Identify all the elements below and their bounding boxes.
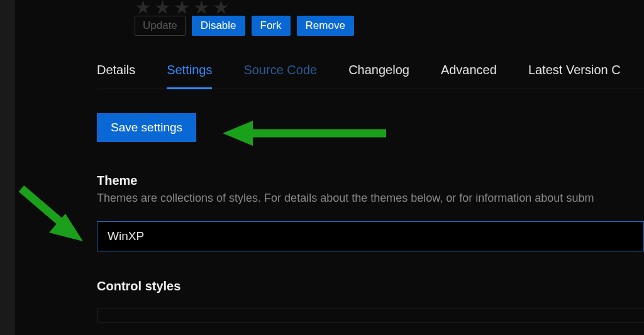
tab-settings[interactable]: Settings	[167, 63, 212, 77]
main-panel: ★★★★★ Update Disable Fork Remove Details…	[15, 0, 644, 335]
theme-section-title: Theme	[97, 173, 644, 188]
control-styles-title: Control styles	[97, 279, 644, 294]
tab-bar: Details Settings Source Code Changelog A…	[97, 63, 644, 89]
save-settings-button[interactable]: Save settings	[97, 113, 196, 142]
remove-button[interactable]: Remove	[297, 16, 354, 36]
tab-changelog[interactable]: Changelog	[348, 63, 409, 77]
svg-marker-3	[49, 214, 83, 241]
control-styles-box[interactable]	[97, 309, 644, 322]
action-button-row: Update Disable Fork Remove	[135, 16, 354, 36]
tab-details[interactable]: Details	[97, 63, 135, 77]
svg-line-2	[21, 189, 65, 226]
tab-source-code[interactable]: Source Code	[243, 63, 317, 77]
update-button[interactable]: Update	[135, 16, 186, 36]
settings-content: Save settings Theme Themes are collectio…	[97, 113, 644, 322]
theme-select[interactable]: WinXP	[97, 221, 644, 251]
annotation-arrow-theme	[9, 182, 97, 258]
sidebar-strip	[0, 0, 15, 335]
theme-section-description: Themes are collections of styles. For de…	[97, 192, 644, 205]
tab-latest-version[interactable]: Latest Version C	[528, 63, 621, 77]
disable-button[interactable]: Disable	[192, 16, 245, 36]
tab-advanced[interactable]: Advanced	[441, 63, 497, 77]
fork-button[interactable]: Fork	[252, 16, 291, 36]
